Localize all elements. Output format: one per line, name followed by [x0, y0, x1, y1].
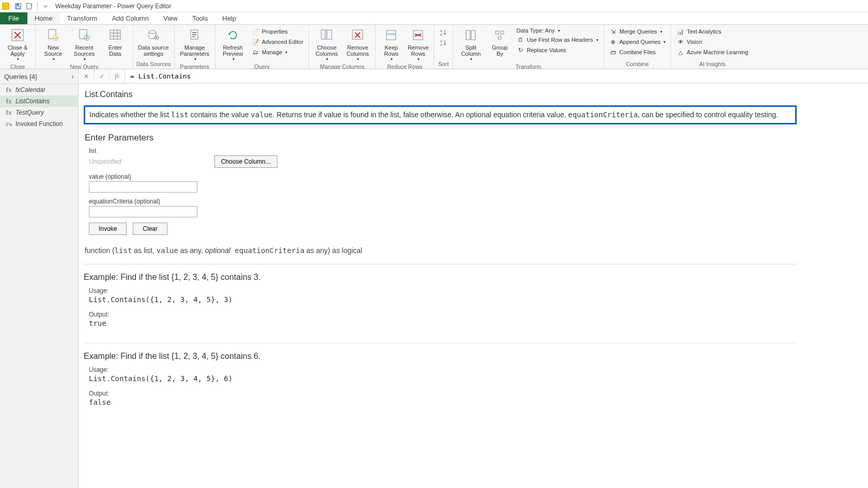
- desc-code: value: [251, 111, 272, 119]
- azure-ml-button[interactable]: △Azure Machine Learning: [674, 48, 750, 57]
- tab-transform[interactable]: Transform: [60, 12, 105, 24]
- keep-rows-button[interactable]: KeepRows▾: [379, 26, 404, 62]
- properties-button[interactable]: 📄Properties: [250, 27, 306, 36]
- tab-home[interactable]: Home: [27, 12, 60, 24]
- qat-undo-dropdown[interactable]: [24, 1, 35, 11]
- tab-help[interactable]: Help: [215, 12, 243, 24]
- usage-code: List.Contains({1, 2, 3, 4, 5}, 3): [89, 295, 797, 304]
- data-type-button[interactable]: Data Type: Any▾: [514, 27, 600, 34]
- collapse-queries-button[interactable]: ‹: [71, 72, 74, 81]
- query-item-listcontains[interactable]: fx ListContains: [0, 96, 78, 107]
- merge-queries-button[interactable]: ⇲Merge Queries▾: [607, 27, 668, 36]
- svg-rect-35: [501, 31, 504, 34]
- dropdown-caret-icon: ▾: [233, 57, 235, 61]
- function-title: List.Contains: [84, 90, 868, 99]
- function-description: Indicates whether the list list contains…: [84, 105, 797, 124]
- group-label-combine: Combine: [607, 60, 668, 69]
- usage-label: Usage:: [89, 287, 797, 294]
- sig-text: as any) as logical: [304, 246, 362, 255]
- choose-column-button[interactable]: Choose Column...: [214, 155, 277, 168]
- param-value-input[interactable]: [89, 181, 197, 193]
- tab-view[interactable]: View: [156, 12, 185, 24]
- query-label: Invoked Function: [16, 120, 63, 128]
- combine-files-button[interactable]: 🗃Combine Files: [607, 48, 668, 57]
- append-queries-label: Append Queries: [619, 39, 661, 45]
- query-item-testquery[interactable]: fx TestQuery: [0, 107, 78, 118]
- sort-desc-button[interactable]: ZA: [437, 38, 450, 48]
- first-row-headers-button[interactable]: 🗒Use First Row as Headers▾: [514, 35, 600, 44]
- advanced-editor-button[interactable]: 📝Advanced Editor: [250, 37, 306, 46]
- merge-icon: ⇲: [609, 27, 617, 36]
- svg-text:Z: Z: [440, 40, 442, 43]
- remove-rows-button[interactable]: RemoveRows▾: [406, 26, 430, 62]
- formula-fx-button[interactable]: fx: [110, 69, 125, 84]
- svg-rect-33: [471, 30, 475, 40]
- dropdown-caret-icon: ▾: [53, 57, 55, 61]
- recent-sources-button[interactable]: RecentSources▾: [70, 26, 99, 62]
- vision-button[interactable]: 👁Vision: [674, 37, 750, 46]
- close-apply-label: Close &Apply: [8, 44, 28, 57]
- example-2: Example: Find if the list {1, 2, 3, 4, 5…: [84, 352, 797, 422]
- invoke-button[interactable]: Invoke: [89, 223, 127, 235]
- merge-queries-label: Merge Queries: [619, 28, 657, 35]
- split-column-button[interactable]: SplitColumn▾: [456, 26, 485, 62]
- ribbon-group-new-query: ★ NewSource▾ RecentSources▾ EnterData Ne…: [36, 25, 133, 69]
- formula-accept-button[interactable]: ✓: [94, 69, 110, 84]
- qat-separator: [37, 2, 38, 10]
- param-value-label: value (optional): [89, 173, 868, 180]
- query-label: fxCalendar: [16, 86, 45, 93]
- param-list-placeholder: Unspecified: [89, 158, 121, 165]
- text-analytics-icon: 📊: [676, 27, 685, 36]
- formula-input[interactable]: [125, 69, 868, 83]
- svg-rect-26: [386, 33, 396, 35]
- refresh-preview-button[interactable]: RefreshPreview▾: [219, 26, 247, 62]
- enter-data-button[interactable]: EnterData: [101, 26, 130, 58]
- main-area: ✕ ✓ fx List.Contains Indicates whether t…: [79, 69, 868, 488]
- qat-save-button[interactable]: [12, 1, 24, 11]
- dropdown-caret-icon: ▾: [470, 57, 472, 61]
- ribbon-group-close: Close &Apply ▾ Close: [0, 25, 36, 69]
- param-equation-criteria: equationCriteria (optional): [89, 198, 868, 217]
- choose-columns-button[interactable]: ChooseColumns▾: [312, 26, 341, 62]
- sort-asc-button[interactable]: AZ: [437, 28, 450, 37]
- tab-add-column[interactable]: Add Column: [104, 12, 156, 24]
- dropdown-caret-icon: ▾: [417, 57, 420, 61]
- manage-button[interactable]: 🗂Manage▾: [250, 48, 306, 57]
- sig-code: value: [157, 246, 178, 255]
- title-bar: Weekday Parameter - Power Query Editor: [0, 0, 868, 12]
- append-queries-button[interactable]: ⊕Append Queries▾: [607, 37, 668, 46]
- window-title: Weekday Parameter - Power Query Editor: [55, 3, 172, 10]
- svg-text:★: ★: [54, 36, 58, 40]
- param-list: list Unspecified Choose Column...: [89, 147, 868, 168]
- sig-code: equationCriteria: [230, 246, 304, 255]
- param-eq-input[interactable]: [89, 206, 197, 217]
- remove-columns-button[interactable]: RemoveColumns▾: [343, 26, 372, 62]
- svg-rect-1: [17, 4, 19, 6]
- replace-values-button[interactable]: ↻Replace Values: [514, 45, 600, 55]
- query-item-fxcalendar[interactable]: fx fxCalendar: [0, 84, 78, 96]
- file-tab[interactable]: File: [0, 12, 27, 24]
- close-apply-button[interactable]: Close &Apply ▾: [3, 26, 32, 62]
- tab-tools[interactable]: Tools: [185, 12, 215, 24]
- group-label-ai: AI Insights: [674, 60, 750, 69]
- sig-text: as any,: [178, 246, 205, 255]
- replace-icon: ↻: [516, 46, 524, 54]
- keep-rows-label: KeepRows: [384, 44, 399, 57]
- text-analytics-button[interactable]: 📊Text Analytics: [674, 27, 750, 36]
- data-source-settings-button[interactable]: Data sourcesettings: [136, 26, 171, 58]
- query-label: TestQuery: [16, 109, 44, 116]
- ribbon-group-sort: AZ ZA Sort: [434, 25, 453, 69]
- formula-cancel-button[interactable]: ✕: [79, 69, 94, 84]
- vision-icon: 👁: [676, 38, 685, 46]
- manage-parameters-button[interactable]: ManageParameters▾: [178, 26, 212, 62]
- group-by-button[interactable]: GroupBy: [487, 26, 512, 58]
- remove-columns-label: RemoveColumns: [347, 44, 369, 57]
- qat-customize-dropdown[interactable]: [40, 1, 51, 11]
- new-source-button[interactable]: ★ NewSource▾: [39, 26, 68, 62]
- query-item-invoked-function[interactable]: 1²₃ Invoked Function: [0, 118, 78, 130]
- ribbon-group-transform: SplitColumn▾ GroupBy Data Type: Any▾ 🗒Us…: [453, 25, 603, 69]
- output-code: false: [89, 398, 797, 406]
- svg-rect-21: [192, 36, 195, 37]
- param-eq-label: equationCriteria (optional): [89, 198, 868, 205]
- clear-button[interactable]: Clear: [133, 223, 167, 235]
